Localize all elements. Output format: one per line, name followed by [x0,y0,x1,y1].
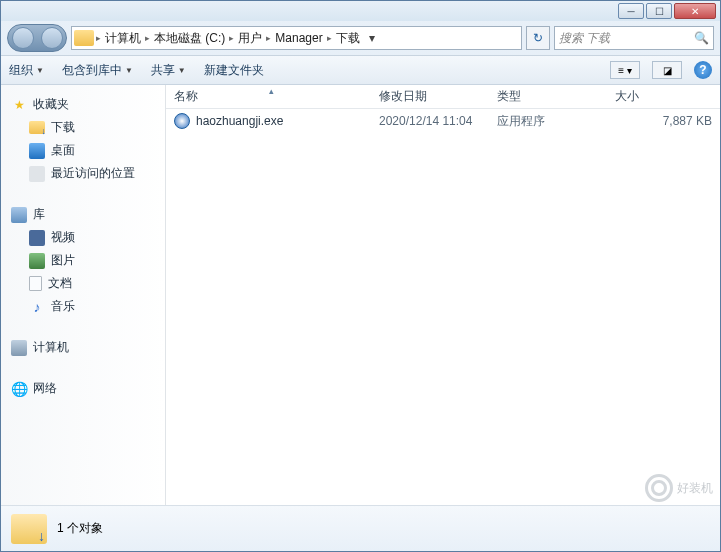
pictures-icon [29,253,45,269]
sidebar-item-recent[interactable]: 最近访问的位置 [1,162,165,185]
downloads-icon [29,121,45,134]
file-size: 7,887 KB [607,114,720,128]
nav-buttons [7,24,67,52]
folder-icon [11,514,47,544]
search-placeholder: 搜索 下载 [559,30,610,47]
maximize-button[interactable]: ☐ [646,3,672,19]
network-icon: 🌐 [11,381,27,397]
breadcrumb-item[interactable]: 下载 [332,30,364,47]
file-name-cell: haozhuangji.exe [166,113,371,129]
sidebar-item-downloads[interactable]: 下载 [1,116,165,139]
sidebar-item-videos[interactable]: 视频 [1,226,165,249]
file-name: haozhuangji.exe [196,114,283,128]
document-icon [29,276,42,291]
column-headers: 名称 修改日期 类型 大小 [166,85,720,109]
exe-icon [174,113,190,129]
computer-icon [11,340,27,356]
refresh-button[interactable]: ↻ [526,26,550,50]
file-date: 2020/12/14 11:04 [371,114,489,128]
sidebar-computer[interactable]: 计算机 [1,336,165,359]
column-date[interactable]: 修改日期 [371,88,489,105]
breadcrumb-item[interactable]: Manager [271,31,326,45]
chevron-down-icon: ▼ [178,66,186,75]
recent-icon [29,166,45,182]
preview-pane-button[interactable]: ◪ [652,61,682,79]
forward-button[interactable] [41,27,63,49]
breadcrumb-item[interactable]: 用户 [234,30,266,47]
sidebar-item-desktop[interactable]: 桌面 [1,139,165,162]
minimize-button[interactable]: ─ [618,3,644,19]
share-button[interactable]: 共享▼ [151,62,186,79]
desktop-icon [29,143,45,159]
toolbar: 组织▼ 包含到库中▼ 共享▼ 新建文件夹 ≡ ▾ ◪ ? [1,55,720,85]
music-icon: ♪ [29,299,45,315]
status-bar: 1 个对象 [1,505,720,551]
help-button[interactable]: ? [694,61,712,79]
sidebar-item-pictures[interactable]: 图片 [1,249,165,272]
file-row[interactable]: haozhuangji.exe 2020/12/14 11:04 应用程序 7,… [166,109,720,133]
back-button[interactable] [12,27,34,49]
navigation-pane: ★收藏夹 下载 桌面 最近访问的位置 库 视频 图片 文档 ♪音乐 计算机 🌐网… [1,85,166,505]
sidebar-favorites[interactable]: ★收藏夹 [1,93,165,116]
new-folder-button[interactable]: 新建文件夹 [204,62,264,79]
column-type[interactable]: 类型 [489,88,607,105]
breadcrumb-item[interactable]: 计算机 [101,30,145,47]
sidebar-network[interactable]: 🌐网络 [1,377,165,400]
breadcrumb-dropdown[interactable]: ▾ [364,31,380,45]
sidebar-item-documents[interactable]: 文档 [1,272,165,295]
sidebar-libraries[interactable]: 库 [1,203,165,226]
search-icon[interactable]: 🔍 [694,31,709,45]
close-button[interactable]: ✕ [674,3,716,19]
address-bar: ▸ 计算机 ▸ 本地磁盘 (C:) ▸ 用户 ▸ Manager ▸ 下载 ▾ … [1,21,720,55]
video-icon [29,230,45,246]
file-list: 名称 修改日期 类型 大小 haozhuangji.exe 2020/12/14… [166,85,720,505]
content-area: ★收藏夹 下载 桌面 最近访问的位置 库 视频 图片 文档 ♪音乐 计算机 🌐网… [1,85,720,505]
search-input[interactable]: 搜索 下载 🔍 [554,26,714,50]
column-name[interactable]: 名称 [166,88,371,105]
sidebar-item-music[interactable]: ♪音乐 [1,295,165,318]
status-text: 1 个对象 [57,520,103,537]
organize-button[interactable]: 组织▼ [9,62,44,79]
view-options-button[interactable]: ≡ ▾ [610,61,640,79]
folder-icon [74,30,94,46]
library-icon [11,207,27,223]
include-in-library-button[interactable]: 包含到库中▼ [62,62,133,79]
column-size[interactable]: 大小 [607,88,720,105]
titlebar: ─ ☐ ✕ [1,1,720,21]
breadcrumb[interactable]: ▸ 计算机 ▸ 本地磁盘 (C:) ▸ 用户 ▸ Manager ▸ 下载 ▾ [71,26,522,50]
breadcrumb-item[interactable]: 本地磁盘 (C:) [150,30,229,47]
star-icon: ★ [11,97,27,113]
file-type: 应用程序 [489,113,607,130]
chevron-down-icon: ▼ [36,66,44,75]
chevron-down-icon: ▼ [125,66,133,75]
